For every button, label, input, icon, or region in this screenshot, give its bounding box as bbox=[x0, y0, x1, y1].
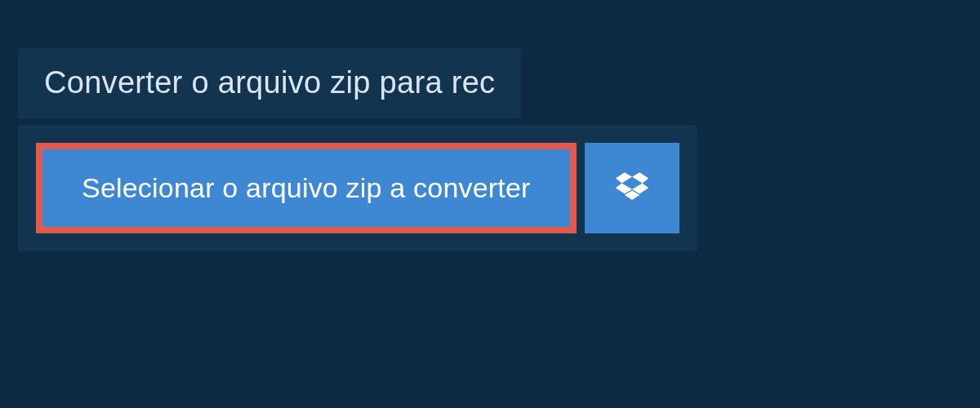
dropbox-icon bbox=[615, 170, 649, 207]
title-bar: Converter o arquivo zip para rec bbox=[18, 47, 521, 118]
page-container: Converter o arquivo zip para rec Selecio… bbox=[0, 0, 980, 251]
select-file-button[interactable]: Selecionar o arquivo zip a converter bbox=[36, 143, 577, 233]
dropbox-button[interactable] bbox=[585, 143, 679, 233]
select-file-button-label: Selecionar o arquivo zip a converter bbox=[82, 172, 531, 204]
button-area: Selecionar o arquivo zip a converter bbox=[18, 125, 697, 251]
page-title: Converter o arquivo zip para rec bbox=[44, 65, 495, 100]
